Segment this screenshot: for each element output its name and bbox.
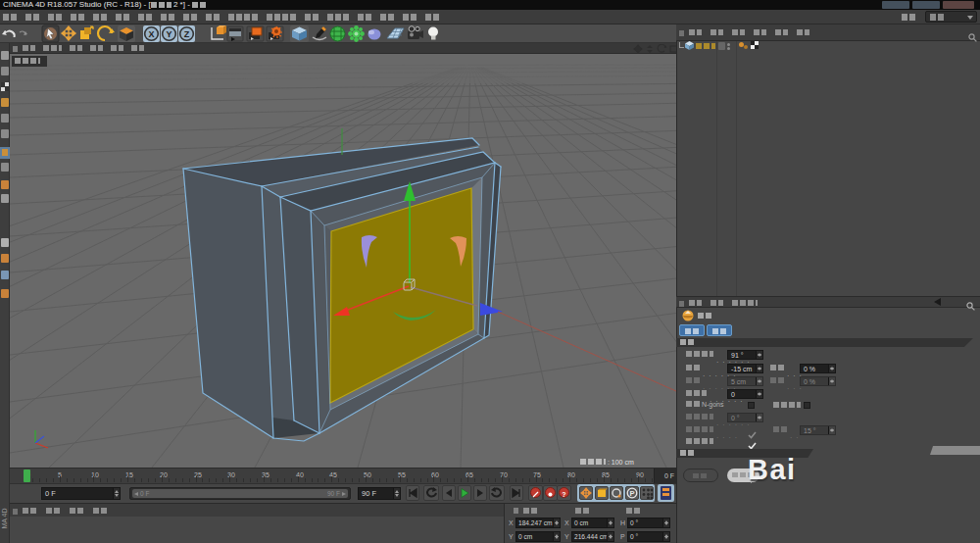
svg-text:Y: Y [166, 29, 172, 39]
svg-text:Z: Z [184, 29, 190, 39]
svg-text:X: X [148, 29, 154, 39]
svg-text:?: ? [562, 491, 565, 498]
svg-text:P: P [629, 489, 634, 498]
